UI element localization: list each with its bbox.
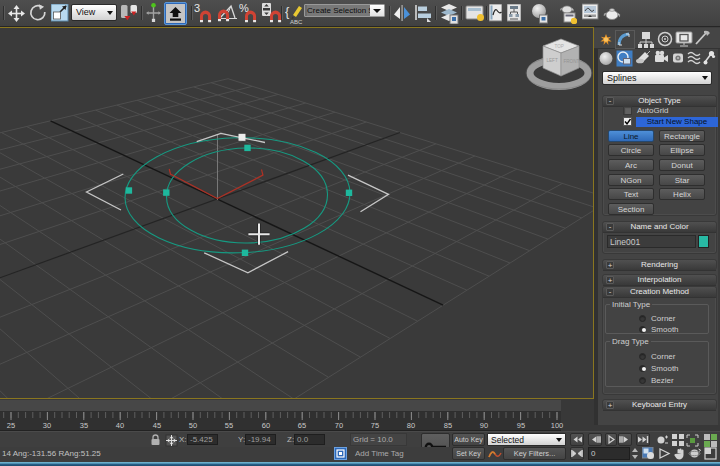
svg-text:3: 3 xyxy=(194,2,200,14)
svg-text:{: { xyxy=(285,4,290,19)
svg-text:LEFT: LEFT xyxy=(547,58,558,63)
svg-text:TOP: TOP xyxy=(555,44,564,49)
svg-text:FRONT: FRONT xyxy=(564,59,580,64)
svg-text:ABC: ABC xyxy=(290,19,303,25)
